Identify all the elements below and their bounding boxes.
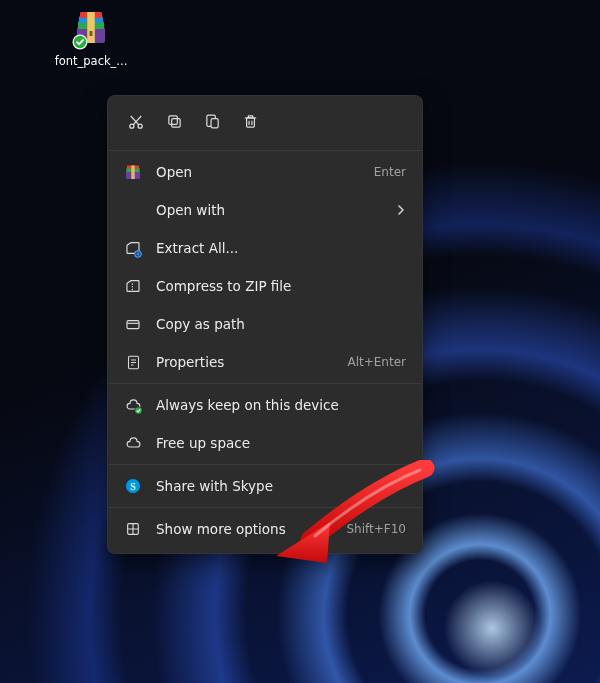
svg-rect-14: [211, 119, 218, 128]
menu-item-show-more-options[interactable]: Show more options Shift+F10: [108, 510, 422, 548]
menu-item-label: Extract All...: [156, 240, 406, 256]
svg-rect-19: [131, 166, 134, 180]
delete-button[interactable]: [232, 106, 268, 140]
delete-icon: [242, 113, 259, 133]
more-options-icon: [124, 520, 142, 538]
menu-item-label: Compress to ZIP file: [156, 278, 406, 294]
menu-item-extract-all[interactable]: Extract All...: [108, 229, 422, 267]
paste-icon: [204, 113, 221, 133]
copy-path-icon: [124, 315, 142, 333]
quick-actions-row: [108, 101, 422, 148]
svg-rect-15: [246, 118, 254, 127]
copy-icon: [166, 113, 183, 133]
skype-icon: S: [124, 477, 142, 495]
menu-separator: [108, 150, 422, 151]
menu-item-open-with[interactable]: Open with: [108, 191, 422, 229]
chevron-right-icon: [396, 202, 406, 218]
winrar-icon: [124, 163, 142, 181]
sync-badge-icon: [72, 34, 88, 50]
menu-item-label: Show more options: [156, 521, 332, 537]
cut-button[interactable]: [118, 106, 154, 140]
menu-item-accel: Shift+F10: [346, 522, 406, 536]
svg-rect-11: [171, 119, 180, 128]
menu-item-label: Open: [156, 164, 360, 180]
menu-item-label: Properties: [156, 354, 333, 370]
desktop-file-label: font_pack_...: [55, 54, 128, 68]
cut-icon: [127, 113, 145, 134]
svg-point-9: [130, 124, 134, 128]
svg-text:S: S: [130, 481, 136, 492]
menu-item-label: Open with: [156, 202, 382, 218]
paste-button[interactable]: [194, 106, 230, 140]
menu-separator: [108, 507, 422, 508]
menu-item-open[interactable]: Open Enter: [108, 153, 422, 191]
extract-icon: [124, 239, 142, 257]
menu-item-always-keep[interactable]: Always keep on this device: [108, 386, 422, 424]
menu-item-properties[interactable]: Properties Alt+Enter: [108, 343, 422, 381]
winrar-archive-icon: [71, 9, 111, 49]
blank-icon: [124, 201, 142, 219]
menu-item-accel: Enter: [374, 165, 406, 179]
menu-item-copy-as-path[interactable]: Copy as path: [108, 305, 422, 343]
menu-item-share-skype[interactable]: S Share with Skype: [108, 467, 422, 505]
context-menu: Open Enter Open with Extract All... Comp…: [107, 95, 423, 554]
menu-item-accel: Alt+Enter: [347, 355, 406, 369]
desktop-file-icon[interactable]: font_pack_...: [58, 9, 124, 68]
properties-icon: [124, 353, 142, 371]
copy-button[interactable]: [156, 106, 192, 140]
menu-item-label: Copy as path: [156, 316, 406, 332]
svg-rect-21: [127, 321, 139, 329]
cloud-keep-icon: [124, 396, 142, 414]
svg-point-10: [138, 124, 142, 128]
menu-separator: [108, 383, 422, 384]
menu-item-compress-zip[interactable]: Compress to ZIP file: [108, 267, 422, 305]
menu-item-label: Free up space: [156, 435, 406, 451]
cloud-icon: [124, 434, 142, 452]
compress-icon: [124, 277, 142, 295]
svg-rect-6: [90, 31, 93, 36]
menu-item-free-up-space[interactable]: Free up space: [108, 424, 422, 462]
svg-rect-12: [168, 116, 177, 125]
menu-separator: [108, 464, 422, 465]
menu-item-label: Share with Skype: [156, 478, 406, 494]
menu-item-label: Always keep on this device: [156, 397, 406, 413]
svg-rect-5: [88, 12, 94, 43]
